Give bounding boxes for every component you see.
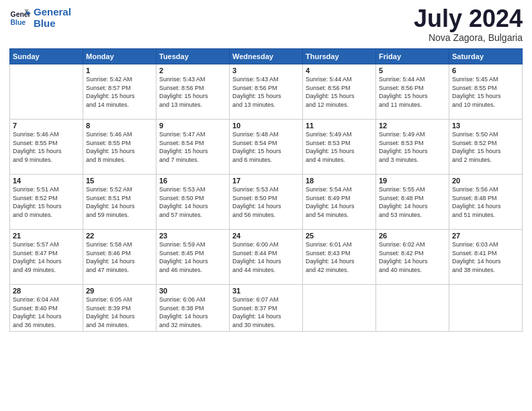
table-row: 1Sunrise: 5:42 AM Sunset: 8:57 PM Daylig… <box>83 64 157 120</box>
week-row-1: 7Sunrise: 5:46 AM Sunset: 8:55 PM Daylig… <box>10 120 523 175</box>
day-info: Sunrise: 6:05 AM Sunset: 8:39 PM Dayligh… <box>86 295 153 329</box>
table-row <box>10 64 83 120</box>
day-info: Sunrise: 6:07 AM Sunset: 8:37 PM Dayligh… <box>232 295 300 329</box>
day-number: 8 <box>86 122 153 130</box>
day-number: 5 <box>379 66 446 75</box>
day-number: 26 <box>379 232 446 240</box>
day-info: Sunrise: 5:57 AM Sunset: 8:47 PM Dayligh… <box>13 240 80 274</box>
day-info: Sunrise: 5:50 AM Sunset: 8:52 PM Dayligh… <box>452 130 519 164</box>
day-info: Sunrise: 5:44 AM Sunset: 8:56 PM Dayligh… <box>306 75 373 109</box>
day-number: 4 <box>306 66 373 75</box>
day-info: Sunrise: 5:53 AM Sunset: 8:50 PM Dayligh… <box>232 185 300 219</box>
calendar-table: Sunday Monday Tuesday Wednesday Thursday… <box>9 48 523 332</box>
day-number: 25 <box>306 232 373 240</box>
day-number: 27 <box>452 232 519 240</box>
week-row-4: 28Sunrise: 6:04 AM Sunset: 8:40 PM Dayli… <box>10 285 523 332</box>
table-row: 3Sunrise: 5:43 AM Sunset: 8:56 PM Daylig… <box>230 64 303 120</box>
table-row: 27Sunrise: 6:03 AM Sunset: 8:41 PM Dayli… <box>449 230 523 285</box>
day-info: Sunrise: 5:44 AM Sunset: 8:56 PM Dayligh… <box>379 75 446 109</box>
day-number: 29 <box>86 287 153 295</box>
logo: General Blue General Blue <box>9 7 71 29</box>
table-row: 26Sunrise: 6:02 AM Sunset: 8:42 PM Dayli… <box>376 230 449 285</box>
day-info: Sunrise: 6:06 AM Sunset: 8:38 PM Dayligh… <box>159 295 226 329</box>
table-row: 18Sunrise: 5:54 AM Sunset: 8:49 PM Dayli… <box>303 175 376 230</box>
table-row: 31Sunrise: 6:07 AM Sunset: 8:37 PM Dayli… <box>230 285 303 332</box>
day-info: Sunrise: 5:49 AM Sunset: 8:53 PM Dayligh… <box>306 130 373 164</box>
day-number: 14 <box>13 177 80 185</box>
day-info: Sunrise: 5:46 AM Sunset: 8:55 PM Dayligh… <box>13 130 80 164</box>
col-monday: Monday <box>83 49 157 64</box>
day-info: Sunrise: 6:00 AM Sunset: 8:44 PM Dayligh… <box>232 240 300 274</box>
table-row: 28Sunrise: 6:04 AM Sunset: 8:40 PM Dayli… <box>10 285 83 332</box>
day-info: Sunrise: 5:55 AM Sunset: 8:48 PM Dayligh… <box>379 185 446 219</box>
day-number: 18 <box>306 177 373 185</box>
day-info: Sunrise: 6:03 AM Sunset: 8:41 PM Dayligh… <box>452 240 519 274</box>
day-number: 17 <box>232 177 300 185</box>
day-number: 15 <box>86 177 153 185</box>
table-row: 14Sunrise: 5:51 AM Sunset: 8:52 PM Dayli… <box>10 175 83 230</box>
day-number: 22 <box>86 232 153 240</box>
table-row: 20Sunrise: 5:56 AM Sunset: 8:48 PM Dayli… <box>449 175 523 230</box>
table-row: 15Sunrise: 5:52 AM Sunset: 8:51 PM Dayli… <box>83 175 157 230</box>
table-row: 7Sunrise: 5:46 AM Sunset: 8:55 PM Daylig… <box>10 120 83 175</box>
day-info: Sunrise: 5:43 AM Sunset: 8:56 PM Dayligh… <box>232 75 300 109</box>
table-row: 6Sunrise: 5:45 AM Sunset: 8:55 PM Daylig… <box>449 64 523 120</box>
day-number: 3 <box>232 66 300 75</box>
header: General Blue General Blue July 2024 Nova… <box>9 7 523 43</box>
day-number: 9 <box>159 122 226 130</box>
table-row: 25Sunrise: 6:01 AM Sunset: 8:43 PM Dayli… <box>303 230 376 285</box>
logo-text: General Blue <box>34 7 71 29</box>
col-wednesday: Wednesday <box>230 49 303 64</box>
table-row: 13Sunrise: 5:50 AM Sunset: 8:52 PM Dayli… <box>449 120 523 175</box>
day-info: Sunrise: 5:45 AM Sunset: 8:55 PM Dayligh… <box>452 75 519 109</box>
week-row-0: 1Sunrise: 5:42 AM Sunset: 8:57 PM Daylig… <box>10 64 523 120</box>
day-info: Sunrise: 5:43 AM Sunset: 8:56 PM Dayligh… <box>159 75 226 109</box>
week-row-2: 14Sunrise: 5:51 AM Sunset: 8:52 PM Dayli… <box>10 175 523 230</box>
day-info: Sunrise: 5:52 AM Sunset: 8:51 PM Dayligh… <box>86 185 153 219</box>
day-number: 16 <box>159 177 226 185</box>
day-number: 20 <box>452 177 519 185</box>
page: General Blue General Blue July 2024 Nova… <box>0 0 532 411</box>
day-info: Sunrise: 5:46 AM Sunset: 8:55 PM Dayligh… <box>86 130 153 164</box>
col-sunday: Sunday <box>10 49 83 64</box>
col-tuesday: Tuesday <box>157 49 230 64</box>
table-row: 8Sunrise: 5:46 AM Sunset: 8:55 PM Daylig… <box>83 120 157 175</box>
table-row <box>303 285 376 332</box>
table-row: 2Sunrise: 5:43 AM Sunset: 8:56 PM Daylig… <box>157 64 230 120</box>
title-area: July 2024 Nova Zagora, Bulgaria <box>414 7 523 43</box>
table-row: 29Sunrise: 6:05 AM Sunset: 8:39 PM Dayli… <box>83 285 157 332</box>
table-row: 19Sunrise: 5:55 AM Sunset: 8:48 PM Dayli… <box>376 175 449 230</box>
location: Nova Zagora, Bulgaria <box>414 32 523 43</box>
col-friday: Friday <box>376 49 449 64</box>
table-row: 24Sunrise: 6:00 AM Sunset: 8:44 PM Dayli… <box>230 230 303 285</box>
day-number: 12 <box>379 122 446 130</box>
day-number: 6 <box>452 66 519 75</box>
logo-icon: General Blue <box>9 7 31 29</box>
table-row: 21Sunrise: 5:57 AM Sunset: 8:47 PM Dayli… <box>10 230 83 285</box>
table-row: 4Sunrise: 5:44 AM Sunset: 8:56 PM Daylig… <box>303 64 376 120</box>
day-info: Sunrise: 6:01 AM Sunset: 8:43 PM Dayligh… <box>306 240 373 274</box>
day-number: 21 <box>13 232 80 240</box>
day-number: 2 <box>159 66 226 75</box>
day-number: 23 <box>159 232 226 240</box>
table-row: 11Sunrise: 5:49 AM Sunset: 8:53 PM Dayli… <box>303 120 376 175</box>
table-row: 12Sunrise: 5:49 AM Sunset: 8:53 PM Dayli… <box>376 120 449 175</box>
day-info: Sunrise: 5:42 AM Sunset: 8:57 PM Dayligh… <box>86 75 153 109</box>
day-number: 11 <box>306 122 373 130</box>
table-row: 30Sunrise: 6:06 AM Sunset: 8:38 PM Dayli… <box>157 285 230 332</box>
day-number: 1 <box>86 66 153 75</box>
day-info: Sunrise: 5:59 AM Sunset: 8:45 PM Dayligh… <box>159 240 226 274</box>
svg-text:Blue: Blue <box>11 18 26 26</box>
logo-general: General <box>34 6 71 17</box>
table-row: 17Sunrise: 5:53 AM Sunset: 8:50 PM Dayli… <box>230 175 303 230</box>
table-row: 16Sunrise: 5:53 AM Sunset: 8:50 PM Dayli… <box>157 175 230 230</box>
table-row: 22Sunrise: 5:58 AM Sunset: 8:46 PM Dayli… <box>83 230 157 285</box>
day-number: 7 <box>13 122 80 130</box>
logo-blue: Blue <box>34 17 56 29</box>
day-info: Sunrise: 5:48 AM Sunset: 8:54 PM Dayligh… <box>232 130 300 164</box>
day-info: Sunrise: 5:54 AM Sunset: 8:49 PM Dayligh… <box>306 185 373 219</box>
day-number: 28 <box>13 287 80 295</box>
day-number: 13 <box>452 122 519 130</box>
day-number: 10 <box>232 122 300 130</box>
day-number: 31 <box>232 287 300 295</box>
